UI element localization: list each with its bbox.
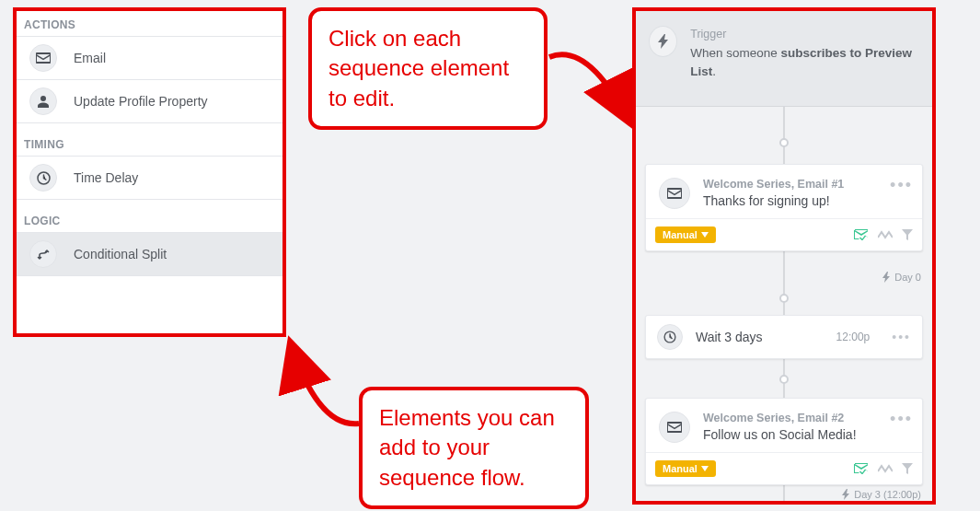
sidebar-item-label: Update Profile Property: [74, 94, 208, 109]
annotation-callout-top: Click on each sequence element to edit.: [308, 7, 548, 130]
filter-icon: [902, 463, 913, 474]
day-label: Day 0: [882, 272, 921, 283]
envelope-icon: [29, 44, 57, 72]
day-label: Day 3 (12:00p): [842, 489, 921, 500]
envelope-check-icon: [854, 229, 869, 240]
sidebar-item-label: Conditional Split: [74, 247, 167, 261]
trigger-text: Trigger When someone subscribes to Previ…: [690, 26, 919, 80]
envelope-icon: [659, 178, 690, 209]
flow-node-dot: [779, 375, 789, 384]
caret-down-icon: [701, 232, 709, 238]
clock-icon: [29, 164, 57, 192]
more-icon[interactable]: •••: [892, 330, 911, 344]
bolt-icon: [842, 489, 850, 500]
flow-node-dot: [779, 138, 789, 147]
flow-step-email-2[interactable]: ••• Welcome Series, Email #2 Follow us o…: [645, 398, 923, 485]
wait-time: 12:00p: [836, 331, 870, 343]
flow-step-email-1[interactable]: ••• Welcome Series, Email #1 Thanks for …: [645, 164, 923, 251]
split-icon: [878, 464, 893, 473]
flow-step-wait[interactable]: Wait 3 days 12:00p •••: [645, 315, 923, 359]
section-header-actions: ACTIONS: [17, 11, 282, 37]
sidebar-item-conditional-split[interactable]: Conditional Split: [17, 232, 282, 276]
envelope-check-icon: [854, 463, 869, 474]
manual-badge[interactable]: Manual: [655, 226, 716, 243]
sidebar-item-time-delay[interactable]: Time Delay: [17, 156, 282, 200]
section-header-timing: TIMING: [17, 131, 282, 157]
flow-node-dot: [779, 294, 789, 303]
envelope-icon: [659, 412, 690, 443]
sequence-flow: Trigger When someone subscribes to Previ…: [632, 7, 936, 505]
split-icon: [878, 230, 893, 239]
annotation-callout-bottom: Elements you can add to your sequence fl…: [359, 387, 589, 509]
section-header-logic: LOGIC: [17, 207, 282, 233]
trigger-block[interactable]: Trigger When someone subscribes to Previ…: [636, 11, 932, 107]
wait-text: Wait 3 days: [696, 330, 763, 344]
email-step-title: Welcome Series, Email #1: [703, 178, 844, 191]
sidebar-item-update-profile[interactable]: Update Profile Property: [17, 79, 282, 123]
more-icon[interactable]: •••: [890, 410, 913, 429]
sidebar-item-label: Time Delay: [74, 170, 138, 185]
filter-icon: [902, 229, 913, 240]
branch-icon: [29, 240, 57, 268]
sidebar-item-label: Email: [74, 51, 106, 65]
email-step-subject: Follow us on Social Media!: [703, 427, 857, 442]
more-icon[interactable]: •••: [890, 176, 913, 195]
bolt-icon: [882, 272, 891, 283]
clock-icon: [657, 324, 683, 350]
status-icons: [854, 463, 913, 474]
caret-down-icon: [701, 466, 709, 471]
sidebar: ACTIONS Email Update Profile Property TI…: [13, 7, 286, 337]
bolt-icon: [649, 26, 677, 57]
sidebar-item-email[interactable]: Email: [17, 36, 282, 80]
status-icons: [854, 229, 913, 240]
user-icon: [29, 87, 57, 115]
manual-badge[interactable]: Manual: [655, 460, 716, 477]
email-step-subject: Thanks for signing up!: [703, 193, 844, 208]
email-step-title: Welcome Series, Email #2: [703, 412, 857, 424]
